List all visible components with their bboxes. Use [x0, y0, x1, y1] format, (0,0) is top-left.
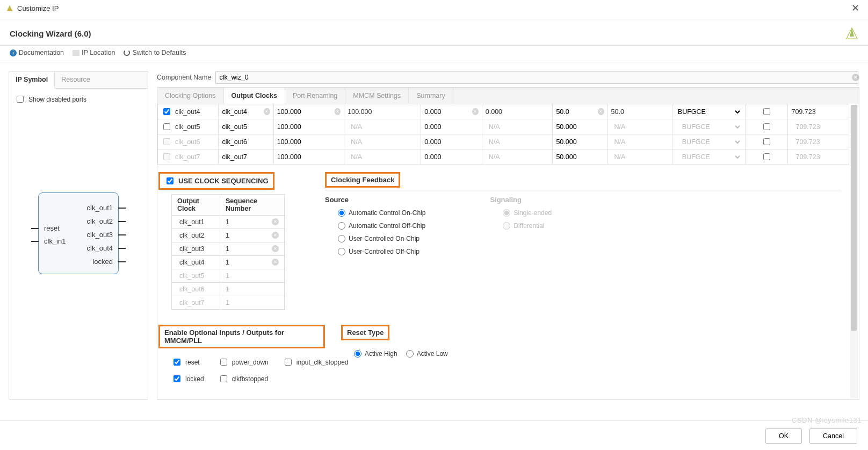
- clear-icon[interactable]: ✕: [272, 245, 279, 252]
- phase-input[interactable]: [424, 138, 478, 146]
- tab-mmcm-settings[interactable]: MMCM Settings: [345, 88, 409, 104]
- duty-input[interactable]: [556, 153, 604, 161]
- enable-clk_out7-checkbox: [163, 153, 170, 160]
- clear-icon[interactable]: ✕: [852, 74, 859, 81]
- tab-ip-symbol[interactable]: IP Symbol: [9, 72, 55, 89]
- radio-user-off-chip[interactable]: User-Controlled Off-Chip: [338, 248, 425, 255]
- clocking-feedback-box: Clocking Feedback: [325, 172, 400, 188]
- clear-icon[interactable]: ✕: [272, 218, 279, 225]
- tab-clocking-options[interactable]: Clocking Options: [157, 88, 224, 104]
- left-body: Show disabled ports clk_out1 clk_out2 cl…: [9, 89, 148, 399]
- signaling-heading: Signaling: [490, 196, 552, 205]
- phase-input[interactable]: [424, 153, 478, 161]
- link-bar: i Documentation IP Location Switch to De…: [0, 46, 868, 62]
- use-clock-sequencing-checkbox[interactable]: [167, 177, 173, 184]
- driver-select[interactable]: BUFGCE: [680, 138, 742, 146]
- show-disabled-checkbox-input[interactable]: [17, 96, 24, 103]
- scrollbar[interactable]: [850, 105, 858, 398]
- output-clocks-panel: clk_out4 ✕ ✕ 100.000 ✕ 0.000 ✕ 50.0 BUFG…: [157, 104, 859, 400]
- vivado-logo-icon: [845, 27, 858, 40]
- port-name-input[interactable]: [222, 153, 270, 161]
- table-row: clk_out71: [172, 296, 285, 310]
- clear-icon[interactable]: ✕: [598, 108, 604, 115]
- clear-icon[interactable]: ✕: [272, 232, 279, 239]
- port-clk_out1: clk_out1: [87, 204, 113, 212]
- show-disabled-label: Show disabled ports: [28, 96, 86, 103]
- close-icon[interactable]: ✕: [848, 2, 863, 14]
- table-row: clk_out6 N/A N/A N/A BUFGCE 709.723: [158, 134, 849, 149]
- port-clk_out4: clk_out4: [87, 244, 113, 252]
- duty-input[interactable]: [556, 123, 604, 131]
- ip-location-label: IP Location: [82, 49, 115, 56]
- clear-icon[interactable]: ✕: [272, 259, 279, 266]
- checkbox-input-clk-stopped[interactable]: input_clk_stopped: [283, 357, 349, 367]
- port-clk_out2: clk_out2: [87, 217, 113, 225]
- phase-input[interactable]: [424, 108, 472, 116]
- clear-icon[interactable]: ✕: [264, 108, 270, 115]
- clear-icon[interactable]: ✕: [335, 108, 341, 115]
- vivado-icon: [5, 4, 14, 12]
- info-icon: i: [10, 49, 17, 56]
- fine-ps-checkbox[interactable]: [763, 123, 770, 130]
- checkbox-locked[interactable]: locked: [171, 374, 204, 384]
- port-name-input[interactable]: [222, 123, 270, 131]
- ip-block-diagram: clk_out1 clk_out2 clk_out3 clk_out4 lock…: [15, 104, 142, 362]
- driver-select[interactable]: BUFGCE: [680, 123, 742, 131]
- component-name-input[interactable]: [215, 71, 858, 84]
- lower-panel: USE CLOCK SEQUENCING Output ClockSequenc…: [157, 165, 849, 391]
- checkbox-power-down[interactable]: power_down: [218, 357, 269, 367]
- ok-button[interactable]: OK: [765, 428, 802, 444]
- enable-clk_out5-checkbox[interactable]: [163, 123, 170, 130]
- fine-ps-checkbox[interactable]: [763, 153, 770, 160]
- page-title: Clocking Wizard (6.0): [10, 29, 845, 38]
- radio-active-high[interactable]: Active High: [354, 350, 397, 358]
- radio-auto-on-chip[interactable]: Automatic Control On-Chip: [338, 209, 425, 217]
- port-name-input[interactable]: [222, 108, 264, 116]
- driver-select[interactable]: BUFGCE: [680, 153, 742, 161]
- checkbox-reset[interactable]: reset: [171, 357, 204, 367]
- duty-input[interactable]: [556, 108, 598, 116]
- driver-select[interactable]: BUFGCE: [676, 108, 742, 116]
- refresh-icon: [124, 49, 130, 56]
- phase-input[interactable]: [424, 123, 478, 131]
- clear-icon[interactable]: ✕: [472, 108, 479, 115]
- use-clock-sequencing-box: USE CLOCK SEQUENCING: [158, 172, 274, 190]
- cancel-button[interactable]: Cancel: [809, 428, 857, 444]
- switch-defaults-link[interactable]: Switch to Defaults: [124, 49, 186, 56]
- table-row: clk_out41✕: [172, 256, 285, 269]
- reset-type-box: Reset Type: [341, 325, 389, 340]
- freq-input[interactable]: [277, 123, 341, 131]
- freq-input[interactable]: [277, 138, 341, 146]
- duty-input[interactable]: [556, 138, 604, 146]
- radio-user-on-chip[interactable]: User-Controlled On-Chip: [338, 235, 425, 242]
- radio-differential: Differential: [503, 222, 552, 230]
- port-reset: reset: [44, 224, 60, 232]
- fine-ps-checkbox[interactable]: [763, 138, 770, 145]
- enable-clk_out4-checkbox[interactable]: [163, 108, 170, 115]
- table-row: clk_out31✕: [172, 242, 285, 256]
- ip-location-link[interactable]: IP Location: [73, 49, 115, 56]
- ip-block: clk_out1 clk_out2 clk_out3 clk_out4 lock…: [38, 192, 119, 274]
- footer: OK Cancel: [765, 428, 857, 444]
- tab-resource[interactable]: Resource: [55, 72, 97, 88]
- radio-auto-off-chip[interactable]: Automatic Control Off-Chip: [338, 222, 425, 230]
- left-tabs: IP Symbol Resource: [9, 72, 148, 89]
- radio-active-low[interactable]: Active Low: [406, 350, 448, 358]
- tab-port-renaming[interactable]: Port Renaming: [285, 88, 345, 104]
- table-row: clk_out11✕: [172, 216, 285, 229]
- table-row: clk_out7 N/A N/A N/A BUFGCE 709.723: [158, 149, 849, 165]
- table-row: clk_out51: [172, 269, 285, 283]
- documentation-link[interactable]: i Documentation: [10, 49, 64, 56]
- tab-summary[interactable]: Summary: [409, 88, 453, 104]
- output-clocks-table: clk_out4 ✕ ✕ 100.000 ✕ 0.000 ✕ 50.0 BUFG…: [157, 104, 849, 165]
- show-disabled-ports-checkbox[interactable]: Show disabled ports: [15, 94, 86, 104]
- fine-ps-checkbox[interactable]: [763, 108, 770, 115]
- port-name-input[interactable]: [222, 138, 270, 146]
- freq-input[interactable]: [277, 108, 335, 116]
- source-heading: Source: [325, 196, 425, 205]
- radio-single-ended: Single-ended: [503, 209, 552, 217]
- checkbox-clkfbstopped[interactable]: clkfbstopped: [218, 374, 269, 384]
- right-pane: Component Name ✕ Clocking Options Output…: [157, 71, 859, 400]
- freq-input[interactable]: [277, 153, 341, 161]
- tab-output-clocks[interactable]: Output Clocks: [224, 88, 285, 104]
